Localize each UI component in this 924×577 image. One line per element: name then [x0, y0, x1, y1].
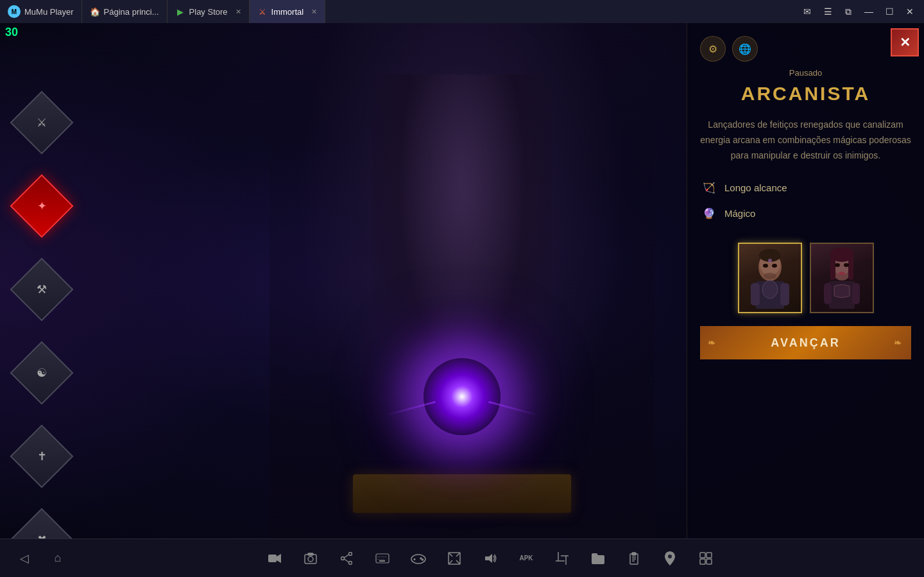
restore-button[interactable]: ⧉	[839, 3, 857, 21]
back-button[interactable]: ◁	[13, 547, 36, 570]
tab-immortal-close[interactable]: ✕	[311, 8, 317, 16]
minimize-button[interactable]: —	[860, 3, 878, 21]
keyboard-button[interactable]	[371, 547, 394, 570]
svg-marker-49	[485, 554, 492, 563]
gamepad-button[interactable]	[407, 547, 430, 570]
character-display	[270, 23, 654, 538]
svg-rect-24	[305, 555, 316, 564]
svg-marker-23	[277, 554, 281, 563]
window-close-button[interactable]: ✕	[901, 3, 919, 21]
screenshot-button[interactable]	[299, 547, 322, 570]
tab-playstore-close[interactable]: ✕	[235, 8, 241, 16]
volume-button[interactable]	[479, 547, 502, 570]
close-panel-button[interactable]: ✕	[891, 28, 919, 56]
app-logo[interactable]: M MuMu Player	[0, 0, 82, 23]
class-icons-panel: ⚔ ✦ ⚒ ☯ ✝ ✖	[19, 100, 64, 538]
globe-icon-button[interactable]: 🌐	[732, 36, 758, 62]
folder-button[interactable]	[586, 547, 610, 570]
traits-section: 🏹 Longo alcance 🔮 Mágico	[700, 178, 911, 230]
range-icon: 🏹	[700, 178, 718, 196]
trait-range: 🏹 Longo alcance	[700, 178, 911, 196]
maximize-button[interactable]: ☐	[880, 3, 898, 21]
titlebar: M MuMu Player 🏠 Página princi... ▶ Play …	[0, 0, 924, 23]
class-icon-necromancer[interactable]: ✝	[10, 425, 74, 488]
fps-counter: 30	[5, 26, 18, 39]
mumu-logo-icon: M	[8, 5, 21, 18]
mail-button[interactable]: ✉	[798, 3, 816, 21]
svg-point-17	[844, 263, 849, 267]
immortal-icon: ⚔	[257, 6, 268, 17]
clipboard-button[interactable]	[622, 547, 646, 570]
svg-line-31	[345, 559, 349, 562]
app-name-label: MuMu Player	[24, 7, 74, 17]
necromancer-symbol: ✝	[37, 449, 47, 463]
tab-playstore[interactable]: ▶ Play Store ✕	[167, 0, 250, 23]
svg-point-3	[768, 259, 772, 263]
demon-hunter-symbol: ⚒	[37, 282, 47, 297]
advance-button[interactable]: AVANÇAR	[700, 326, 911, 359]
trait-range-label: Longo alcance	[724, 182, 787, 193]
class-title: ARCANISTA	[700, 83, 911, 105]
trait-magic-label: Mágico	[724, 208, 755, 219]
svg-point-47	[422, 559, 424, 560]
bottom-toolbar: ◁ ⌂ APK	[0, 538, 924, 577]
magic-orb	[424, 358, 501, 435]
svg-point-16	[835, 263, 840, 267]
svg-line-30	[345, 555, 349, 558]
trait-magic: 🔮 Mágico	[700, 204, 911, 222]
svg-rect-22	[268, 555, 277, 562]
male-portrait-img	[739, 244, 801, 312]
playstore-icon: ▶	[175, 6, 185, 17]
svg-rect-62	[700, 559, 705, 564]
svg-point-28	[341, 556, 345, 560]
class-icon-monk[interactable]: ☯	[10, 341, 74, 405]
home-button[interactable]: ⌂	[46, 547, 69, 570]
class-icon-wizard[interactable]: ✖	[10, 508, 74, 538]
barbarian-symbol: ⚔	[37, 116, 47, 130]
class-icon-crusader[interactable]: ✦	[10, 175, 74, 238]
grid-button[interactable]	[694, 547, 717, 570]
book-display	[353, 474, 571, 513]
portrait-male[interactable]	[738, 243, 802, 313]
svg-rect-60	[700, 553, 705, 558]
magic-icon: 🔮	[700, 204, 718, 222]
svg-point-25	[308, 556, 313, 562]
wizard-symbol: ✖	[37, 533, 47, 538]
tab-home-label: Página princi...	[104, 7, 159, 17]
menu-button[interactable]: ☰	[819, 3, 837, 21]
svg-rect-26	[308, 553, 313, 555]
svg-rect-15	[848, 254, 853, 280]
share-button[interactable]	[335, 547, 358, 570]
tab-immortal[interactable]: ⚔ Immortal ✕	[250, 0, 326, 23]
svg-point-29	[349, 561, 352, 564]
svg-rect-9	[780, 283, 789, 306]
resize-button[interactable]	[443, 547, 466, 570]
svg-rect-21	[852, 283, 860, 304]
class-description: Lançadores de feitiços renegados que can…	[700, 117, 911, 163]
svg-rect-20	[824, 283, 832, 304]
svg-rect-14	[830, 254, 835, 280]
svg-rect-55	[632, 553, 636, 555]
bottom-left-nav: ◁ ⌂	[13, 547, 69, 570]
class-icon-demon-hunter[interactable]: ⚒	[10, 258, 74, 322]
class-icon-barbarian[interactable]: ⚔	[10, 91, 74, 155]
svg-point-27	[349, 552, 352, 555]
crop-button[interactable]	[551, 547, 574, 570]
settings-icon-button[interactable]: ⚙	[700, 36, 726, 62]
panel-top-icons: ⚙ 🌐	[700, 36, 911, 62]
svg-point-59	[668, 555, 672, 558]
apk-button[interactable]: APK	[515, 547, 538, 570]
tab-home[interactable]: 🏠 Página princi...	[82, 0, 167, 23]
portraits-row	[700, 243, 911, 313]
female-portrait-img	[811, 244, 873, 312]
svg-point-4	[763, 264, 768, 268]
tab-playstore-label: Play Store	[189, 7, 228, 17]
portrait-female[interactable]	[810, 243, 874, 313]
location-button[interactable]	[658, 547, 681, 570]
right-panel: ✕ ⚙ 🌐 Pausado ARCANISTA Lançadores de fe…	[687, 23, 924, 538]
video-record-button[interactable]	[263, 547, 286, 570]
svg-point-18	[839, 271, 845, 275]
monk-symbol: ☯	[37, 366, 47, 380]
crusader-symbol: ✦	[37, 199, 47, 213]
svg-point-10	[762, 280, 778, 298]
